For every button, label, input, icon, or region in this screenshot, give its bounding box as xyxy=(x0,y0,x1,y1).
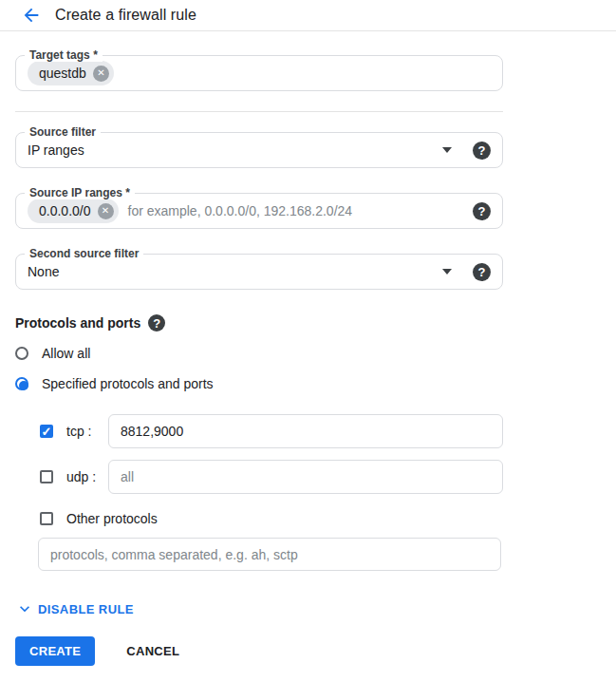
help-icon[interactable]: ? xyxy=(473,263,491,281)
help-icon[interactable]: ? xyxy=(473,202,491,220)
other-protocols-checkbox[interactable] xyxy=(40,512,53,525)
chip-remove-icon[interactable]: ✕ xyxy=(93,66,109,82)
page-header: Create a firewall rule xyxy=(0,0,616,31)
target-tags-field[interactable]: Target tags * questdb ✕ xyxy=(15,55,503,91)
check-icon: ✓ xyxy=(42,426,52,438)
tcp-row: ✓ tcp : xyxy=(40,414,503,448)
chip-remove-icon[interactable]: ✕ xyxy=(98,203,114,219)
chevron-down-icon xyxy=(15,599,34,618)
udp-label: udp : xyxy=(66,469,108,484)
second-source-filter-value: None xyxy=(28,264,59,279)
second-source-filter-select[interactable]: Second source filter None ? xyxy=(15,254,503,290)
other-protocols-input[interactable] xyxy=(38,538,501,571)
allow-all-radio-row[interactable]: Allow all xyxy=(15,344,503,363)
protocols-and-ports-heading: Protocols and ports ? xyxy=(15,314,503,332)
chevron-down-icon[interactable] xyxy=(442,147,452,153)
target-tag-chip: questdb ✕ xyxy=(28,61,114,85)
other-protocols-label: Other protocols xyxy=(66,511,158,526)
protocols-heading-text: Protocols and ports xyxy=(15,315,140,331)
other-protocols-row: Other protocols xyxy=(40,511,503,526)
source-ip-ranges-field[interactable]: Source IP ranges * 0.0.0.0/0 ✕ for examp… xyxy=(15,193,503,229)
udp-checkbox[interactable] xyxy=(40,470,53,483)
tcp-ports-input[interactable] xyxy=(108,414,503,448)
udp-row: udp : xyxy=(40,460,503,494)
source-filter-select[interactable]: Source filter IP ranges ? xyxy=(15,132,503,168)
source-ip-placeholder: for example, 0.0.0.0/0, 192.168.2.0/24 xyxy=(128,203,353,218)
allow-all-label: Allow all xyxy=(42,346,90,361)
section-divider xyxy=(15,111,503,112)
second-source-filter-label: Second source filter xyxy=(25,247,143,260)
disable-rule-toggle[interactable]: DISABLE RULE xyxy=(15,599,134,618)
target-tags-label: Target tags * xyxy=(25,48,103,62)
create-button[interactable]: CREATE xyxy=(15,636,95,666)
udp-ports-input[interactable] xyxy=(108,460,503,494)
disable-rule-label: DISABLE RULE xyxy=(38,602,134,616)
source-ip-chip: 0.0.0.0/0 ✕ xyxy=(28,199,119,223)
help-icon[interactable]: ? xyxy=(473,142,491,160)
back-button[interactable] xyxy=(20,4,43,27)
radio-checked-icon[interactable] xyxy=(15,377,28,390)
source-filter-value: IP ranges xyxy=(28,142,84,158)
help-icon[interactable]: ? xyxy=(148,314,165,332)
chevron-down-icon[interactable] xyxy=(442,269,452,275)
tcp-checkbox[interactable]: ✓ xyxy=(40,425,53,438)
specified-protocols-radio-row[interactable]: Specified protocols and ports xyxy=(15,374,503,393)
source-filter-label: Source filter xyxy=(25,125,101,139)
chip-text: 0.0.0.0/0 xyxy=(39,203,91,218)
radio-unchecked-icon[interactable] xyxy=(15,347,28,360)
specified-protocols-label: Specified protocols and ports xyxy=(42,376,214,391)
chip-text: questdb xyxy=(39,66,86,81)
arrow-left-icon xyxy=(21,5,42,26)
tcp-label: tcp : xyxy=(66,424,108,439)
page-title: Create a firewall rule xyxy=(55,7,196,24)
form-content: Target tags * questdb ✕ Source filter IP… xyxy=(0,55,503,682)
action-buttons: CREATE CANCEL xyxy=(15,636,503,666)
cancel-button[interactable]: CANCEL xyxy=(121,643,185,659)
source-ip-ranges-label: Source IP ranges * xyxy=(25,186,135,199)
